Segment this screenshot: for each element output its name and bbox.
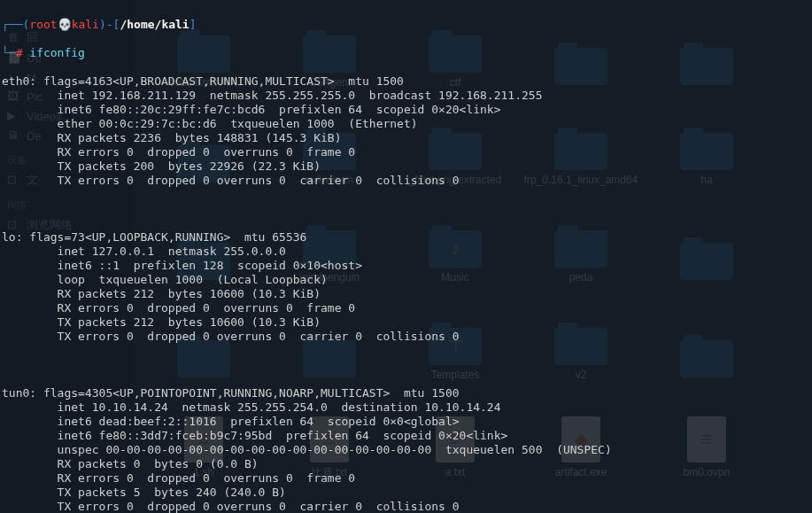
terminal-output-line: inet6 fe80::3dd7:fceb:b9c7:95bd prefixle… [2,429,810,443]
ifconfig-eth0-block: eth0: flags=4163<UP,BROADCAST,RUNNING,MU… [2,74,810,188]
prompt-line-1: ┌──(root💀kali)-[/home/kali] [2,18,810,32]
terminal-window[interactable]: ┌──(root💀kali)-[/home/kali] └─# ifconfig… [0,0,812,513]
terminal-output-line: unspec 00-00-00-00-00-00-00-00-00-00-00-… [2,443,810,457]
terminal-output-line: TX errors 0 dropped 0 overruns 0 carrier… [2,330,810,344]
terminal-output-line: RX packets 212 bytes 10600 (10.3 KiB) [2,287,810,301]
terminal-output-line: tun0: flags=4305<UP,POINTOPOINT,RUNNING,… [2,386,810,400]
terminal-output-line: RX errors 0 dropped 0 overruns 0 frame 0 [2,145,810,159]
terminal-output-line: inet6 dead:beef:2::1016 prefixlen 64 sco… [2,415,810,429]
terminal-output-line: inet6 fe80::20c:29ff:fe7c:bcd6 prefixlen… [2,103,810,117]
terminal-output-line: inet6 ::1 prefixlen 128 scopeid 0×10<hos… [2,259,810,273]
terminal-output-line: eth0: flags=4163<UP,BROADCAST,RUNNING,MU… [2,74,810,89]
ifconfig-lo-block: lo: flags=73<UP,LOOPBACK,RUNNING> mtu 65… [2,230,810,344]
terminal-output-line: RX errors 0 dropped 0 overruns 0 frame 0 [2,471,810,486]
prompt-line-2: └─# ifconfig [2,46,810,60]
terminal-output-line: ether 00:0c:29:7c:bc:d6 txqueuelen 1000 … [2,117,810,131]
terminal-output-line: TX errors 0 dropped 0 overruns 0 carrier… [2,500,810,513]
skull-icon: 💀 [58,18,72,31]
terminal-output-line: RX packets 2236 bytes 148831 (145.3 KiB) [2,131,810,145]
terminal-output-line: inet 127.0.0.1 netmask 255.0.0.0 [2,245,810,259]
ifconfig-tun0-block: tun0: flags=4305<UP,POINTOPOINT,RUNNING,… [2,386,810,513]
terminal-output-line: inet 192.168.211.129 netmask 255.255.255… [2,89,810,103]
terminal-output-line: TX errors 0 dropped 0 overruns 0 carrier… [2,174,810,188]
terminal-output-line: RX errors 0 dropped 0 overruns 0 frame 0 [2,301,810,315]
terminal-output-line: inet 10.10.14.24 netmask 255.255.254.0 d… [2,400,810,415]
command-text: ifconfig [29,46,85,59]
terminal-output-line: TX packets 212 bytes 10600 (10.3 KiB) [2,315,810,330]
terminal-output-line: TX packets 5 bytes 240 (240.0 B) [2,486,810,500]
terminal-output-line: loop txqueuelen 1000 (Local Loopback) [2,273,810,287]
terminal-output-line: TX packets 200 bytes 22926 (22.3 KiB) [2,159,810,174]
terminal-output-line: RX packets 0 bytes 0 (0.0 B) [2,457,810,471]
terminal-output-line: lo: flags=73<UP,LOOPBACK,RUNNING> mtu 65… [2,230,810,245]
